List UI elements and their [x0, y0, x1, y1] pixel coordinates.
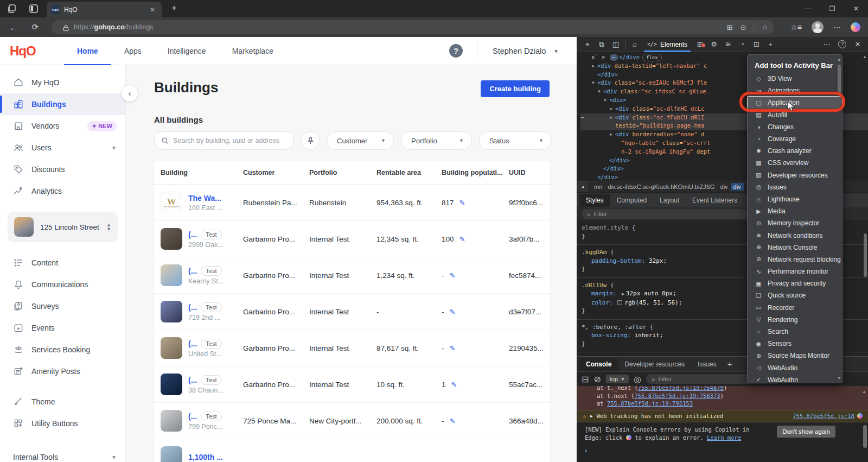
breadcrumb-item[interactable]: mn — [591, 183, 605, 191]
scroll-down-icon[interactable]: ▼ — [837, 376, 841, 381]
stack-source-link[interactable]: 755.87be5f5d.js:19:792153 — [607, 400, 693, 407]
sidebar-item-users[interactable]: Users▼ — [0, 137, 125, 159]
learn-more-link[interactable]: Learn more — [707, 434, 741, 441]
sidebar-item-communications[interactable]: Communications — [0, 274, 125, 295]
copilot-icon[interactable] — [851, 22, 860, 32]
sidebar-collapse-button[interactable]: ‹ — [122, 85, 138, 102]
console-tool-icon[interactable]: ⊞ — [693, 40, 707, 48]
sidebar-item-utility-buttons[interactable]: Utility Buttons — [0, 413, 125, 434]
console-prompt[interactable]: › — [577, 444, 868, 454]
edit-pencil-icon[interactable]: ✎ — [450, 344, 456, 352]
edit-pencil-icon[interactable]: ✎ — [459, 199, 465, 207]
bookmark-star-icon[interactable]: ☆ — [762, 23, 768, 31]
scrollbar-thumb[interactable] — [838, 65, 841, 95]
menu-item-quick-source[interactable]: ❏Quick source — [748, 289, 842, 301]
favorites-icon[interactable]: ☆≡ — [790, 23, 802, 31]
sidebar-item-my-hqo[interactable]: My HqO — [0, 72, 125, 93]
breadcrumb-item-selected[interactable]: div — [731, 183, 744, 191]
sidebar-item-events[interactable]: Events — [0, 317, 125, 339]
console-scrollbar[interactable]: ▲ — [863, 389, 867, 458]
console-tab-issues[interactable]: Issues — [691, 358, 723, 371]
browser-profile-avatar[interactable] — [812, 21, 824, 33]
menu-item-performance-monitor[interactable]: ∿Performance monitor — [748, 265, 842, 277]
filter-select-portfolio[interactable]: Portfolio▼ — [401, 131, 472, 150]
browser-workspaces-icon[interactable] — [7, 3, 17, 14]
tree-arrow-icon[interactable]: ▶ — [610, 105, 615, 113]
table-row[interactable]: (...TestKearny St...Garbarino Pro...Inte… — [154, 257, 550, 294]
menu-item-3d-view[interactable]: ◇3D View — [748, 73, 842, 85]
menu-item-sensors[interactable]: ◉Sensors — [748, 338, 842, 350]
menu-item-recorder[interactable]: ▭Recorder — [748, 302, 842, 314]
console-error-stack[interactable]: at t._next (755.87be5f5d.js:19:754879)at… — [577, 386, 868, 410]
console-messages[interactable]: at t._next (755.87be5f5d.js:19:754879)at… — [577, 386, 868, 462]
debugger-bug-icon[interactable]: ⚙ — [707, 40, 721, 48]
stack-source-link[interactable]: 755.87be5f5d.js:19:758373 — [635, 393, 720, 399]
refresh-button[interactable]: ⟳ — [29, 21, 41, 33]
stack-frame[interactable]: at t._next (755.87be5f5d.js:19:754879) — [597, 386, 864, 392]
menu-item-lighthouse[interactable]: ⌂Lighthouse — [748, 193, 842, 205]
tree-arrow-icon[interactable]: ▶ — [610, 130, 615, 139]
performance-icon[interactable]: ◔ — [735, 40, 749, 48]
column-header[interactable]: Building — [161, 169, 243, 176]
browser-tab-actions-icon[interactable] — [28, 3, 39, 14]
nav-link-marketplace[interactable]: Marketplace — [219, 37, 286, 65]
menu-item-webauthn[interactable]: ✓WebAuthn — [748, 374, 842, 386]
scroll-up-icon[interactable]: ▲ — [837, 57, 841, 62]
hqo-logo[interactable]: HqO — [10, 43, 36, 59]
column-header[interactable]: Rentable area — [376, 169, 442, 176]
console-warning[interactable]: ⚠ ▶ Web tracking has not been initialize… — [577, 410, 868, 422]
sidebar-item-buildings[interactable]: Buildings — [0, 93, 125, 115]
console-tab-console[interactable]: Console — [579, 358, 618, 371]
stack-source-link[interactable]: 755.87be5f5d.js:19:754879 — [638, 386, 724, 391]
edit-pencil-icon[interactable]: ✎ — [450, 417, 456, 425]
building-name-link[interactable]: (... — [188, 303, 197, 312]
column-header[interactable]: Building populati... — [442, 169, 509, 176]
expand-arrow-icon[interactable]: ▶ — [622, 292, 624, 296]
stack-frame[interactable]: at 755.87be5f5d.js:19:792153 — [597, 400, 864, 408]
sidebar-item-content[interactable]: Content — [0, 252, 125, 274]
user-menu[interactable]: Stephen Dzialo ▼ — [493, 37, 559, 65]
sidebar-item-discounts[interactable]: Discounts — [0, 159, 125, 180]
menu-item-webaudio[interactable]: ◁WebAudio — [748, 362, 842, 374]
tab-elements[interactable]: </> Elements — [642, 37, 693, 52]
console-clear-icon[interactable]: ⊘ — [593, 374, 601, 384]
menu-item-developer-resources[interactable]: ▧Developer resources — [748, 169, 842, 181]
back-button[interactable]: ← — [8, 21, 20, 33]
browser-settings-icon[interactable]: ⋯ — [833, 23, 841, 31]
scrollbar-thumb[interactable] — [863, 425, 867, 448]
scrollbar-thumb[interactable] — [864, 233, 867, 277]
sidebar-item-surveys[interactable]: Surveys — [0, 295, 125, 317]
window-restore-button[interactable]: ❐ — [820, 0, 844, 17]
filter-select-status[interactable]: Status▼ — [479, 131, 552, 150]
styles-tab-layout[interactable]: Layout — [653, 194, 686, 207]
devtools-close-icon[interactable]: ✕ — [851, 40, 865, 48]
device-emulation-icon[interactable]: ⧉ — [595, 40, 609, 49]
table-row[interactable]: (...Test799 Ponc...725 Ponce Ma...New Ci… — [154, 403, 550, 439]
expand-arrow-icon[interactable]: ▶ — [590, 414, 593, 419]
building-name-link[interactable]: (... — [188, 412, 197, 421]
tree-arrow-icon[interactable]: ▼ — [604, 96, 609, 105]
table-row[interactable]: WTHE WANAMAKERThe Wa...100 East ...Ruben… — [154, 185, 550, 221]
window-minimize-button[interactable]: — — [796, 0, 820, 17]
breadcrumb-scroll-left[interactable]: ◂ — [577, 181, 588, 192]
menu-item-crash-analyzer[interactable]: ✸Crash analyzer — [748, 145, 842, 157]
create-building-button[interactable]: Create building — [481, 80, 550, 97]
sidebar-item-analytics[interactable]: Analytics — [0, 180, 125, 202]
breadcrumb-item[interactable]: div — [718, 183, 731, 191]
sidebar-item-theme[interactable]: Theme — [0, 391, 125, 413]
menu-item-search[interactable]: ○Search — [748, 326, 842, 338]
column-header[interactable]: Customer — [243, 169, 309, 176]
browser-tab[interactable]: HqO HqO ✕ — [47, 2, 162, 17]
column-header[interactable]: UUID — [509, 169, 544, 176]
sidebar-item-services-booking[interactable]: Services Booking — [0, 339, 125, 360]
menu-item-privacy-and-security[interactable]: ▣Privacy and security — [748, 277, 842, 289]
memory-icon[interactable]: ⊡ — [749, 40, 763, 48]
dock-side-icon[interactable]: ◫ — [609, 40, 623, 48]
extensions-menu-icon[interactable]: ⊙ — [740, 23, 746, 31]
table-row[interactable]: (...Test719 2nd ...Garbarino Pro...Inter… — [154, 294, 550, 330]
pin-filter-button[interactable] — [301, 131, 320, 150]
nav-link-apps[interactable]: Apps — [111, 37, 155, 65]
edit-pencil-icon[interactable]: ✎ — [459, 235, 465, 243]
building-name-link[interactable]: (... — [188, 339, 197, 348]
styles-tab-event-listeners[interactable]: Event Listeners — [686, 194, 744, 207]
